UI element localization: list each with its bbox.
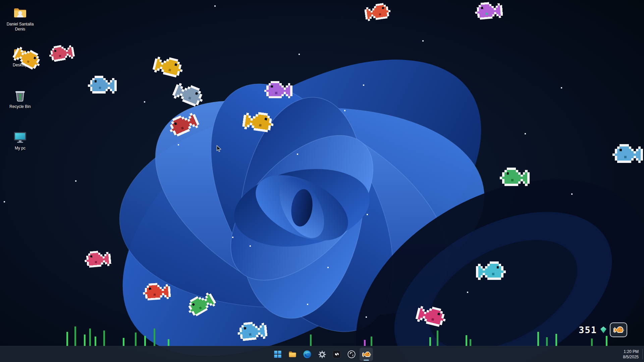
aquarium-hud: 351 bbox=[579, 322, 627, 337]
seaweed-blade bbox=[135, 333, 137, 346]
system-tray-clock[interactable]: 1:20 PM 8/5/2025 bbox=[623, 349, 639, 359]
desktop-icon-label: My pc bbox=[15, 146, 25, 151]
seaweed-blade bbox=[364, 340, 366, 346]
score-value: 351 bbox=[579, 325, 597, 335]
taskbar-file-explorer-button[interactable] bbox=[286, 348, 299, 361]
seaweed-blade bbox=[103, 330, 105, 346]
bubble-particle bbox=[363, 84, 364, 86]
fish[interactable] bbox=[142, 282, 173, 301]
windows-start-icon bbox=[274, 350, 282, 358]
bubble-particle bbox=[232, 237, 233, 238]
taskbar-edge-button[interactable] bbox=[301, 348, 314, 361]
mouse-cursor bbox=[216, 145, 222, 153]
taskbar-capcut-button[interactable] bbox=[330, 348, 343, 361]
gear-icon bbox=[318, 350, 326, 359]
seaweed-blade bbox=[310, 335, 312, 346]
fish[interactable] bbox=[500, 168, 532, 186]
desktop-icon-recycle-bin[interactable]: Recycle Bin bbox=[3, 88, 37, 109]
seaweed-blade bbox=[144, 336, 146, 346]
bubble-particle bbox=[366, 316, 367, 318]
tray-date: 8/5/2025 bbox=[623, 354, 639, 360]
desktop: Daniel Santalla Denis Desktop Recycle Bi… bbox=[0, 0, 644, 362]
bubble-particle bbox=[571, 193, 573, 195]
fish[interactable] bbox=[474, 1, 505, 20]
file-explorer-folder-icon bbox=[288, 350, 297, 359]
computer-monitor-icon bbox=[12, 129, 28, 145]
seaweed-blade bbox=[123, 338, 124, 346]
bubble-particle bbox=[367, 214, 368, 215]
wallpaper-bloom bbox=[0, 0, 644, 362]
bubble-particle bbox=[422, 40, 424, 42]
seaweed-blade bbox=[95, 337, 96, 346]
recycle-bin-icon bbox=[12, 88, 28, 103]
orange-fish-icon bbox=[613, 326, 624, 333]
seaweed-blade bbox=[74, 326, 76, 346]
desktop-icon-label: Recycle Bin bbox=[9, 104, 31, 109]
seaweed-blade bbox=[537, 332, 539, 346]
user-folder-icon bbox=[12, 5, 28, 21]
bubble-particle bbox=[214, 5, 216, 7]
seaweed-blade bbox=[591, 339, 593, 346]
seaweed-blade bbox=[429, 337, 431, 346]
seaweed-blade bbox=[89, 328, 91, 346]
taskbar-settings-button[interactable] bbox=[315, 348, 329, 361]
fish[interactable] bbox=[612, 144, 644, 163]
bubble-particle bbox=[561, 87, 562, 88]
desktop-icon-user-files[interactable]: Daniel Santalla Denis bbox=[3, 5, 37, 32]
fish[interactable] bbox=[84, 249, 113, 268]
fish[interactable] bbox=[236, 320, 270, 341]
seaweed-blade bbox=[470, 339, 471, 346]
bubble-particle bbox=[344, 110, 345, 111]
seaweed-blade bbox=[546, 337, 548, 346]
bubble-particle bbox=[75, 180, 76, 182]
taskbar-start-button[interactable] bbox=[271, 348, 284, 361]
bubble-particle bbox=[307, 304, 308, 305]
taskbar-obs-button[interactable] bbox=[345, 348, 358, 361]
fish[interactable] bbox=[264, 81, 294, 98]
seaweed-blade bbox=[168, 339, 169, 346]
bubble-particle bbox=[467, 292, 468, 293]
seaweed-blade bbox=[154, 328, 155, 346]
obs-studio-icon bbox=[347, 350, 356, 359]
edge-browser-icon bbox=[303, 350, 312, 359]
seaweed-blade bbox=[84, 335, 86, 346]
bubble-particle bbox=[525, 133, 526, 134]
capcut-icon bbox=[332, 350, 341, 359]
show-desktop-button[interactable] bbox=[642, 349, 644, 359]
seaweed-blade bbox=[606, 336, 607, 346]
bubble-particle bbox=[144, 101, 145, 103]
taskbar: 1:20 PM 8/5/2025 bbox=[0, 346, 644, 362]
fish[interactable] bbox=[474, 261, 506, 280]
desktop-icon-my-pc[interactable]: My pc bbox=[3, 129, 37, 151]
taskbar-center-icons bbox=[271, 348, 373, 361]
fish-icon bbox=[362, 352, 371, 357]
seaweed-blade bbox=[466, 335, 467, 346]
bubble-particle bbox=[327, 267, 329, 268]
seaweed-blade bbox=[66, 332, 68, 346]
seaweed-blade bbox=[437, 330, 438, 346]
seaweed-blade bbox=[555, 334, 557, 346]
fish[interactable] bbox=[88, 76, 119, 94]
diamond-gem-icon bbox=[600, 326, 606, 333]
tray-time: 1:20 PM bbox=[623, 349, 639, 354]
bubble-particle bbox=[299, 54, 300, 55]
taskbar-fish-app-button[interactable] bbox=[360, 348, 373, 361]
seaweed-blade bbox=[371, 337, 372, 346]
bubble-particle bbox=[250, 245, 251, 247]
bubble-particle bbox=[297, 154, 298, 155]
desktop-icon-label: Daniel Santalla Denis bbox=[3, 22, 37, 32]
aquarium-fish-button[interactable] bbox=[610, 322, 627, 337]
bubble-particle bbox=[4, 201, 5, 202]
bubble-particle bbox=[178, 144, 179, 145]
